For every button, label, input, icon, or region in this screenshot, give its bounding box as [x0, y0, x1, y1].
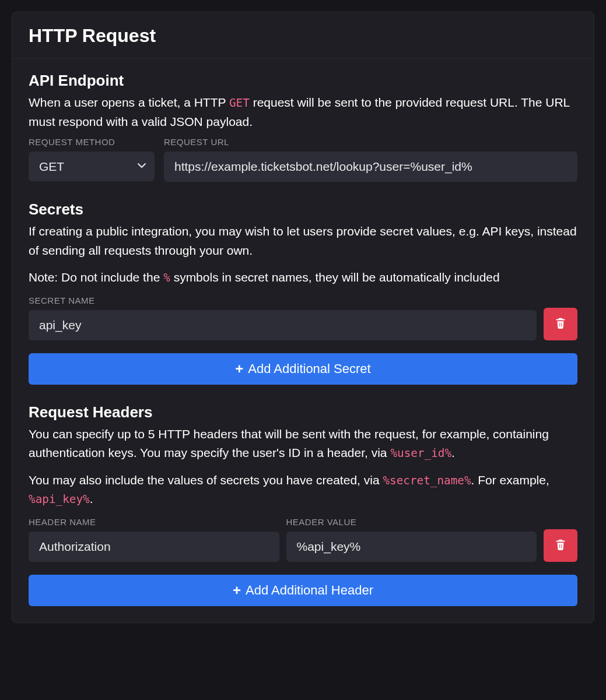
secret-name-input[interactable]: [29, 310, 537, 340]
endpoint-description: When a user opens a ticket, a HTTP GET r…: [29, 93, 577, 131]
request-method-select[interactable]: GET: [29, 152, 155, 181]
secret-name-label: Secret Name: [29, 296, 537, 305]
delete-header-button[interactable]: [544, 529, 577, 562]
add-header-button[interactable]: + Add Additional Header: [29, 575, 577, 606]
request-url-label: Request URL: [164, 137, 577, 147]
secrets-description-1: If creating a public integration, you ma…: [29, 222, 577, 260]
secrets-section: Secrets If creating a public integration…: [29, 200, 577, 385]
request-url-input[interactable]: [164, 152, 577, 182]
trash-icon: [554, 316, 567, 332]
request-method-label: Request Method: [29, 137, 155, 147]
inline-code-get: GET: [229, 96, 250, 110]
headers-title: Request Headers: [29, 403, 577, 421]
inline-code-secret-name: %secret_name%: [383, 474, 471, 487]
http-request-card: HTTP Request API Endpoint When a user op…: [12, 12, 594, 623]
plus-icon: +: [233, 583, 241, 597]
header-name-label: Header Name: [29, 517, 279, 527]
secrets-description-2: Note: Do not include the % symbols in se…: [29, 268, 577, 287]
headers-description-1: You can specify up to 5 HTTP headers tha…: [29, 425, 577, 463]
headers-description-2: You may also include the values of secre…: [29, 471, 577, 509]
headers-section: Request Headers You can specify up to 5 …: [29, 403, 577, 606]
inline-code-api-key: %api_key%: [29, 493, 90, 506]
delete-secret-button[interactable]: [544, 308, 577, 340]
card-title: HTTP Request: [12, 12, 594, 59]
add-secret-button[interactable]: + Add Additional Secret: [29, 353, 577, 385]
inline-code-user-id: %user_id%: [390, 446, 451, 460]
plus-icon: +: [235, 362, 243, 376]
secrets-title: Secrets: [29, 200, 577, 219]
trash-icon: [554, 537, 567, 553]
header-value-input[interactable]: [286, 532, 537, 562]
inline-code-percent: %: [163, 271, 170, 284]
header-value-label: Header Value: [286, 517, 537, 527]
endpoint-title: API Endpoint: [29, 72, 577, 90]
header-name-input[interactable]: [29, 532, 279, 562]
api-endpoint-section: API Endpoint When a user opens a ticket,…: [29, 72, 577, 182]
